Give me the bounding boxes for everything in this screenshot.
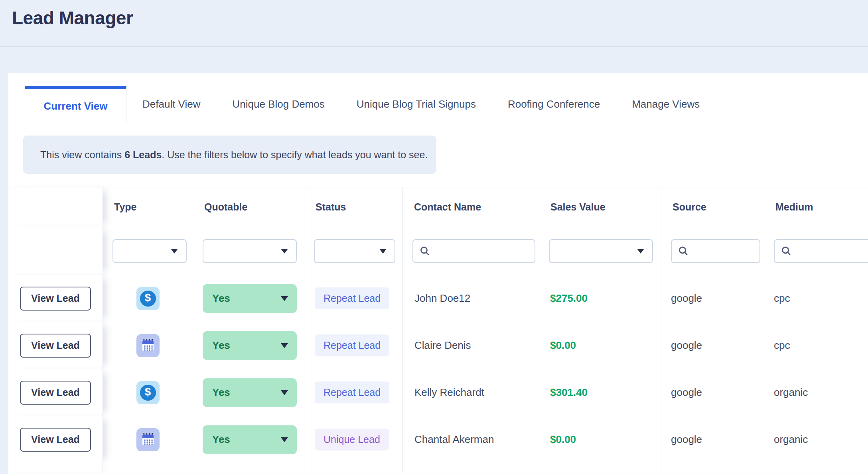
tab-unique-blog-trial-signups[interactable]: Unique Blog Trial Signups	[341, 85, 492, 123]
column-header-label: Type	[114, 201, 137, 213]
quotable-dropdown[interactable]: Yes	[203, 378, 297, 407]
medium-filter-cell	[764, 227, 868, 275]
medium-value: organic	[774, 433, 808, 446]
search-icon	[419, 245, 431, 257]
page-header: Lead Manager	[0, 0, 868, 47]
view-lead-button[interactable]: View Lead	[20, 381, 91, 405]
sales-value-filter-select[interactable]	[549, 239, 653, 263]
view-lead-button[interactable]: View Lead	[20, 334, 91, 358]
column-header-status: Status	[304, 187, 403, 227]
tab-roofing-conference[interactable]: Roofing Conference	[492, 85, 616, 123]
medium-filter-searchbox[interactable]	[774, 239, 868, 263]
tab-manage-views[interactable]: Manage Views	[616, 85, 716, 123]
tab-current-view[interactable]: Current View	[25, 86, 126, 123]
status-cell: Repeat Lead	[304, 322, 403, 369]
actions-cell: View Lead	[8, 275, 103, 322]
type-cell: $	[103, 369, 193, 416]
actions-cell: View Lead	[8, 322, 103, 369]
calendar-icon	[136, 334, 160, 357]
source-cell: google	[661, 416, 764, 463]
medium-filter-input[interactable]	[795, 240, 868, 263]
medium-value: cpc	[774, 339, 790, 352]
lead-count: 6 Leads	[124, 149, 162, 161]
partial-row-cell	[764, 463, 868, 472]
dollar-glyph: $	[140, 291, 156, 307]
type-filter-select[interactable]	[112, 239, 187, 263]
chevron-down-icon	[281, 437, 288, 442]
quotable-dropdown[interactable]: Yes	[203, 331, 297, 360]
type-cell	[103, 416, 193, 463]
info-text-suffix: . Use the filters below to specify what …	[162, 149, 428, 161]
search-icon	[677, 245, 689, 257]
page-title: Lead Manager	[12, 7, 868, 29]
quotable-filter-select[interactable]	[203, 239, 297, 263]
type-filter-cell	[103, 227, 193, 275]
type-cell	[103, 322, 193, 369]
contact-name-filter-searchbox[interactable]	[412, 239, 535, 263]
column-header-label: Quotable	[204, 201, 247, 213]
sales-value: $301.40	[550, 386, 588, 399]
column-header-label: Source	[673, 201, 706, 213]
chevron-down-icon	[171, 249, 178, 254]
dollar-circle-icon: $	[136, 287, 160, 310]
chevron-down-icon	[281, 249, 288, 254]
quotable-cell: Yes	[193, 275, 304, 322]
tab-default-view[interactable]: Default View	[126, 85, 217, 123]
quotable-dropdown[interactable]: Yes	[203, 284, 297, 313]
column-header-label: Medium	[775, 201, 813, 213]
search-icon	[780, 245, 792, 257]
calendar-icon	[136, 428, 160, 451]
source-value: google	[671, 433, 702, 446]
chevron-down-icon	[281, 390, 288, 395]
status-filter-select[interactable]	[314, 239, 395, 263]
contact-name-cell: Claire Denis	[403, 322, 539, 369]
column-header-label: Contact Name	[414, 201, 481, 213]
source-filter-cell	[661, 227, 764, 275]
quotable-cell: Yes	[193, 416, 304, 463]
view-lead-button[interactable]: View Lead	[20, 428, 91, 452]
source-value: google	[671, 386, 702, 399]
status-cell: Repeat Lead	[304, 275, 403, 322]
column-header-sales-value: Sales Value	[539, 187, 661, 227]
contact-name-filter-input[interactable]	[434, 240, 535, 263]
source-cell: google	[661, 322, 764, 369]
contact-name-cell: Chantal Akerman	[403, 416, 539, 463]
column-header-label: Status	[316, 201, 346, 213]
sales-value: $0.00	[550, 339, 576, 352]
actions-cell: View Lead	[8, 369, 103, 416]
source-filter-input[interactable]	[692, 240, 760, 263]
quotable-value: Yes	[212, 292, 230, 305]
medium-cell: cpc	[764, 275, 868, 322]
tab-unique-blog-demos[interactable]: Unique Blog Demos	[217, 85, 341, 123]
view-lead-button[interactable]: View Lead	[20, 287, 91, 311]
medium-cell: organic	[764, 369, 868, 416]
partial-row-cell	[8, 463, 103, 472]
sales-value-cell: $0.00	[539, 416, 661, 463]
source-filter-searchbox[interactable]	[671, 239, 760, 263]
sales-value-cell: $301.40	[539, 369, 661, 416]
view-info-banner: This view contains 6 Leads. Use the filt…	[23, 136, 436, 174]
quotable-filter-cell	[193, 227, 304, 275]
status-cell: Repeat Lead	[304, 369, 403, 416]
dollar-circle-icon: $	[136, 381, 160, 404]
status-badge: Repeat Lead	[315, 334, 389, 356]
status-badge: Repeat Lead	[315, 382, 389, 403]
contact-name-cell: Kelly Reichardt	[403, 369, 539, 416]
chevron-down-icon	[281, 343, 288, 348]
medium-cell: cpc	[764, 322, 868, 369]
view-tabs: Current ViewDefault ViewUnique Blog Demo…	[8, 73, 868, 123]
medium-value: cpc	[774, 292, 790, 305]
column-header-contact-name: Contact Name	[403, 187, 539, 227]
contact-name-cell: John Doe12	[403, 275, 539, 322]
sales-value: $275.00	[550, 292, 588, 305]
sales-value: $0.00	[550, 433, 576, 446]
contact-name: Chantal Akerman	[414, 433, 494, 446]
column-header-label: Sales Value	[550, 201, 606, 213]
column-header-type: Type	[103, 187, 193, 227]
status-cell: Unique Lead	[304, 416, 403, 463]
quotable-dropdown[interactable]: Yes	[203, 425, 297, 454]
contact-name: Kelly Reichardt	[414, 386, 484, 399]
status-badge: Repeat Lead	[315, 287, 389, 309]
type-cell: $	[103, 275, 193, 322]
chevron-down-icon	[281, 296, 288, 301]
